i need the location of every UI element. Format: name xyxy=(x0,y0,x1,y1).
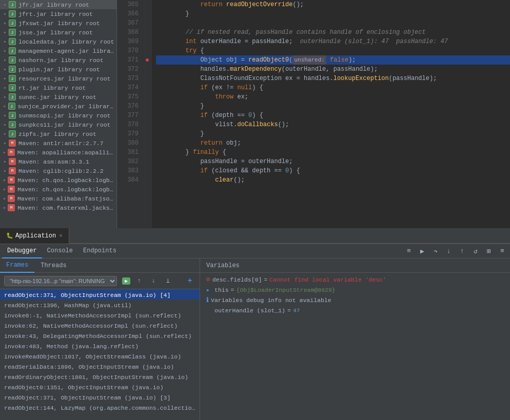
tab-endpoints[interactable]: Endpoints xyxy=(78,244,122,258)
sidebar-item[interactable]: ▸MMaven: com.alibaba:fastjson:1.2.4 xyxy=(0,194,116,203)
sidebar-item-label: Maven: cglib:cglib:2.2.2 xyxy=(18,168,104,174)
frames-list: readObject:371, ObjectInputStream (java.… xyxy=(0,289,200,420)
line-number: 370 xyxy=(117,46,143,55)
maven-icon: M xyxy=(7,204,15,212)
frame-item[interactable]: readObject:1396, HashMap (java.util) xyxy=(0,299,200,310)
line-number: 367 xyxy=(117,18,143,28)
toolbar-resume-btn[interactable]: ▶ xyxy=(417,246,428,257)
maven-icon: M xyxy=(8,157,16,166)
code-line: int outerHandle = passHandle; outerHandl… xyxy=(156,37,510,46)
code-line: // if nested read, passHandle contains h… xyxy=(156,28,510,37)
toolbar-settings-btn[interactable]: ≡ xyxy=(497,246,508,257)
gutter-line xyxy=(143,129,152,138)
frame-item[interactable]: readObject0:1351, ObjectInputStream (jav… xyxy=(0,382,200,392)
expand-icon[interactable]: ▸ xyxy=(206,285,212,295)
panel-tab-threads[interactable]: Threads xyxy=(34,258,72,273)
panel-tab-frames[interactable]: Frames xyxy=(0,258,34,273)
sidebar-item[interactable]: ▸MMaven: antlr:antlr:2.7.7 xyxy=(0,138,116,148)
sidebar-item[interactable]: ▸Jnashorn.jar library root xyxy=(0,55,116,65)
expand-arrow-icon: ▸ xyxy=(2,2,8,8)
frame-item[interactable]: invoke:62, NativeMethodAccessorImpl (sun… xyxy=(0,320,200,330)
sidebar-item[interactable]: ▸Jrt.jar library root xyxy=(0,83,116,92)
frame-item[interactable]: invoke0:-1, NativeMethodAccessorImpl (su… xyxy=(0,310,200,320)
var-value: 47 xyxy=(293,306,300,316)
toolbar-step-into-btn[interactable]: ↓ xyxy=(443,246,455,257)
toolbar-run-to-cursor-btn[interactable]: ↺ xyxy=(470,246,481,257)
sidebar-item[interactable]: ▸Jjsse.jar library root xyxy=(0,28,116,37)
gutter-line xyxy=(143,74,152,83)
code-line: } xyxy=(156,129,510,138)
sidebar-item-label: sunpkcs11.jar library root xyxy=(18,122,110,128)
step-up-btn[interactable]: ↑ xyxy=(133,275,145,287)
frames-tab-label: Frames xyxy=(6,262,28,269)
var-name: outerHandle (slot_1) xyxy=(214,306,285,316)
expand-arrow-icon: ▸ xyxy=(2,149,7,155)
frame-item[interactable]: readObject:371, ObjectInputStream (java.… xyxy=(0,289,200,299)
jar-icon: J xyxy=(8,130,16,138)
sidebar-item-label: jfrt.jar library root xyxy=(18,11,93,17)
line-number: 373 xyxy=(117,74,143,83)
maven-icon: M xyxy=(7,176,15,184)
expand-arrow-icon: ▸ xyxy=(2,48,8,54)
application-tab[interactable]: 🐛 Application × xyxy=(0,228,69,244)
maven-icon: M xyxy=(7,185,15,193)
tab-console[interactable]: Console xyxy=(42,244,78,258)
sidebar-item[interactable]: ▸Jlocaledata.jar library root xyxy=(0,37,116,46)
tab-close[interactable]: × xyxy=(59,233,63,239)
code-line: } xyxy=(156,9,510,18)
line-number: 384 xyxy=(117,175,143,185)
jar-icon: J xyxy=(8,19,16,27)
sidebar-item[interactable]: ▸Jjfrt.jar library root xyxy=(0,9,116,18)
add-btn[interactable]: + xyxy=(184,275,195,287)
sidebar-item[interactable]: ▸Jsunec.jar library root xyxy=(0,92,116,102)
sidebar-item[interactable]: ▸Jjfr.jar library root xyxy=(0,0,116,9)
frame-item[interactable]: readObject:371, ObjectInputStream (java.… xyxy=(0,392,200,402)
frame-item[interactable]: readOrdinaryObject:1801, ObjectInputStre… xyxy=(0,371,200,382)
sidebar-item[interactable]: ▸MMaven: aopalliance:aopalliance:1.0 xyxy=(0,148,116,157)
gutter-line xyxy=(143,9,152,18)
expand-arrow-icon: ▸ xyxy=(2,131,8,137)
maven-icon: M xyxy=(8,167,16,175)
sidebar-item[interactable]: ▸MMaven: cglib:cglib:2.2.2 xyxy=(0,166,116,175)
sidebar-item[interactable]: ▸Jresources.jar library root xyxy=(0,74,116,83)
thread-select[interactable]: "http-nio-192.16...p "main": RUNNING xyxy=(4,276,117,286)
filter-btn[interactable]: ⊥ xyxy=(162,275,173,287)
sidebar-item[interactable]: ▸Jplugin.jar library root xyxy=(0,65,116,74)
variable-item: ℹVariables debug info not available xyxy=(200,295,510,306)
frame-item[interactable]: invoke:483, Method (java.lang.reflect) xyxy=(0,341,200,351)
sidebar-item-label: localedata.jar library root xyxy=(18,38,114,45)
breakpoint-icon: ● xyxy=(145,56,149,64)
tab-debugger[interactable]: Debugger xyxy=(2,244,42,258)
console-tab-label: Console xyxy=(47,247,73,254)
sidebar-item[interactable]: ▸Jsunpkcs11.jar library root xyxy=(0,120,116,129)
expand-arrow-icon: ▸ xyxy=(2,38,8,45)
sidebar-item[interactable]: ▸MMaven: asm:asm:3.3.1 xyxy=(0,157,116,166)
sidebar-item-label: management-agent.jar library xyxy=(18,48,114,54)
sidebar-item[interactable]: ▸Jzipfs.jar library root xyxy=(0,129,116,138)
variables-list: ⊘desc.fields[0] = Cannot find local vari… xyxy=(200,273,510,420)
maven-icon: M xyxy=(7,148,15,156)
frame-item[interactable]: invokeReadObject:1017, ObjectStreamClass… xyxy=(0,351,200,361)
step-down-btn[interactable]: ↓ xyxy=(148,275,159,287)
sidebar-item[interactable]: ▸Jjfxswt.jar library root xyxy=(0,18,116,28)
frame-item[interactable]: readSerialData:1896, ObjectInputStream (… xyxy=(0,361,200,371)
toolbar-menu-btn[interactable]: ≡ xyxy=(403,246,415,257)
frame-item[interactable]: invoke:43, DelegatingMethodAccessorImpl … xyxy=(0,330,200,341)
sidebar-item[interactable]: ▸Jmanagement-agent.jar library xyxy=(0,46,116,55)
sidebar-item[interactable]: ▸Jsunjce_provider.jar library roo xyxy=(0,102,116,111)
var-eq: = xyxy=(287,306,291,316)
sidebar-item[interactable]: ▸Jsunmscapi.jar library root xyxy=(0,111,116,120)
gutter-line xyxy=(143,148,152,157)
maven-icon: M xyxy=(7,194,15,203)
line-number: 378 xyxy=(117,120,143,129)
variables-panel: Variables ⊘desc.fields[0] = Cannot find … xyxy=(200,258,510,420)
gutter-line xyxy=(143,157,152,166)
var-value: Cannot find local variable 'desc' xyxy=(269,275,386,285)
sidebar-item[interactable]: ▸MMaven: com.fasterxml.jackson.cor xyxy=(0,203,116,212)
toolbar-step-over-btn[interactable]: ↷ xyxy=(430,246,441,257)
frame-item[interactable]: readObject:144, LazyMap (org.apache.comm… xyxy=(0,402,200,412)
sidebar-item[interactable]: ▸MMaven: ch.qos.logback:logback-co xyxy=(0,185,116,194)
sidebar-item[interactable]: ▸MMaven: ch.qos.logback:logback-cl xyxy=(0,175,116,185)
toolbar-step-out-btn[interactable]: ↑ xyxy=(457,246,468,257)
toolbar-evaluate-btn[interactable]: ⊞ xyxy=(483,246,495,257)
